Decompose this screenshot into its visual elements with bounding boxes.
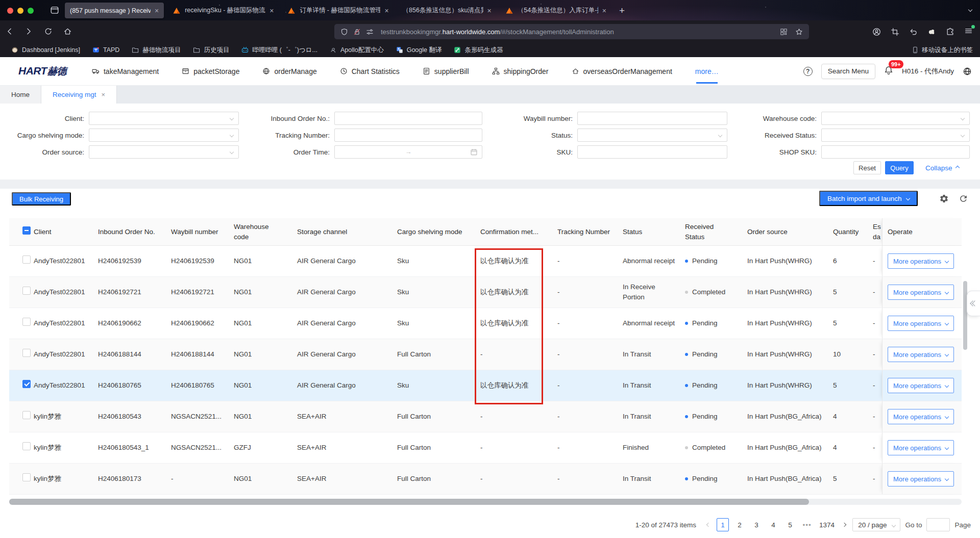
filter-select[interactable]: [89, 112, 239, 125]
nav-item-overseasordermanagement[interactable]: overseasOrderManagement: [572, 67, 672, 75]
tab-close-icon[interactable]: ×: [602, 7, 606, 14]
tab-close-icon[interactable]: ×: [270, 7, 274, 14]
notifications[interactable]: 99+: [884, 66, 893, 77]
nav-item-chartstatistics[interactable]: Chart Statistics: [340, 67, 400, 75]
page-ellipsis[interactable]: •••: [801, 518, 813, 531]
bookmark-item[interactable]: Apollo配置中心: [330, 46, 384, 55]
table-row[interactable]: kylin梦雅H2406180543NGSACN2521...NG01SEA+A…: [9, 401, 962, 432]
insecure-lock-icon[interactable]: [353, 28, 361, 36]
language-globe-icon[interactable]: [963, 67, 972, 76]
help-icon[interactable]: ?: [803, 67, 813, 76]
bookmark-item[interactable]: TAPD: [92, 46, 119, 55]
horizontal-scrollbar-thumb[interactable]: [9, 499, 809, 505]
row-checkbox[interactable]: [22, 255, 31, 264]
horizontal-scrollbar[interactable]: [9, 499, 962, 505]
back-icon[interactable]: [5, 27, 14, 36]
tab-close-icon[interactable]: ×: [155, 7, 159, 14]
bookmark-item[interactable]: 赫德物流项目: [132, 46, 181, 55]
bookmark-item[interactable]: Google 翻译: [396, 46, 442, 55]
shield-icon[interactable]: [340, 28, 348, 36]
more-operations-button[interactable]: More operations: [888, 471, 954, 486]
nav-item-more[interactable]: more…: [695, 67, 719, 75]
filter-input[interactable]: [577, 145, 727, 159]
vertical-scrollbar-thumb[interactable]: [963, 281, 967, 350]
table-row[interactable]: AndyTest022801H2406180765H2406180765NG01…: [9, 370, 962, 401]
filter-select[interactable]: [821, 112, 970, 125]
bookmark-item[interactable]: 历史项目: [193, 46, 229, 55]
more-operations-button[interactable]: More operations: [888, 440, 954, 455]
forward-icon[interactable]: [24, 27, 33, 36]
row-checkbox[interactable]: [22, 442, 31, 450]
firefox-view-icon[interactable]: [50, 6, 59, 15]
table-row[interactable]: AndyTest022801H2406192721H2406192721NG01…: [9, 277, 962, 308]
nav-item-ordermanage[interactable]: orderManage: [262, 67, 316, 75]
filter-input[interactable]: [577, 112, 727, 125]
page-number-5[interactable]: 5: [784, 518, 796, 531]
search-menu-button[interactable]: Search Menu: [821, 64, 875, 79]
bookmark-star-icon[interactable]: [795, 28, 803, 36]
nav-item-shippingorder[interactable]: shippingOrder: [492, 67, 549, 75]
filter-select[interactable]: [89, 129, 239, 142]
bookmark-item[interactable]: 哔哩哔哩 (゜-゜)つロ...: [241, 46, 317, 55]
qr-code-icon[interactable]: [780, 28, 788, 36]
page-number-4[interactable]: 4: [767, 518, 779, 531]
nav-item-supplierbill[interactable]: supplierBill: [423, 67, 469, 75]
goto-page-input[interactable]: [926, 518, 950, 531]
more-operations-button[interactable]: More operations: [888, 316, 954, 331]
extension-blob-icon[interactable]: [927, 28, 936, 36]
tab-close-icon[interactable]: ×: [487, 7, 492, 14]
expand-panel-handle[interactable]: [967, 291, 980, 316]
minimize-window-button[interactable]: [17, 8, 23, 14]
table-row[interactable]: kylin梦雅H2406180543_1NGSACN2521...GZFJSEA…: [9, 432, 962, 464]
page-number-2[interactable]: 2: [733, 518, 746, 531]
batch-import-button[interactable]: Batch import and launch: [819, 191, 918, 206]
row-checkbox[interactable]: [22, 380, 31, 388]
new-tab-button[interactable]: +: [615, 3, 629, 18]
nav-item-takemanagement[interactable]: takeManagement: [92, 67, 159, 75]
filter-input[interactable]: [334, 129, 482, 142]
page-number-1[interactable]: 1: [717, 518, 729, 531]
browser-tab[interactable]: （54条推送信息）入库订单-操作×: [500, 3, 611, 18]
reset-button[interactable]: Reset: [853, 161, 881, 174]
undo-icon[interactable]: [909, 28, 918, 36]
nav-item-packetstorage[interactable]: packetStorage: [182, 67, 239, 75]
bookmark-item[interactable]: 条形码生成器: [454, 46, 503, 55]
page-tab[interactable]: Home: [0, 86, 41, 104]
filter-daterange[interactable]: →: [334, 145, 482, 159]
filter-input[interactable]: [821, 145, 970, 159]
filter-select[interactable]: [89, 145, 239, 159]
url-bar[interactable]: testtrunkbookingmgr.hart-worldwide.com/#…: [334, 24, 809, 39]
gear-icon[interactable]: [939, 194, 949, 203]
tab-close-icon[interactable]: ×: [102, 91, 106, 98]
page-size-select[interactable]: 20 / page: [852, 518, 900, 531]
browser-tab[interactable]: receivingSku - 赫德国际物流管理×: [167, 3, 279, 18]
close-window-button[interactable]: [7, 8, 13, 14]
page-number-3[interactable]: 3: [750, 518, 763, 531]
table-row[interactable]: AndyTest022801H2406190662H2406190662NG01…: [9, 308, 962, 339]
row-checkbox[interactable]: [22, 318, 31, 326]
select-all-checkbox[interactable]: [22, 226, 31, 235]
more-operations-button[interactable]: More operations: [888, 409, 954, 424]
table-row[interactable]: kylin梦雅H2406180173-NG01SEA+AIRFull Carto…: [9, 464, 962, 495]
row-checkbox[interactable]: [22, 473, 31, 481]
more-operations-button[interactable]: More operations: [888, 285, 954, 300]
more-operations-button[interactable]: More operations: [888, 253, 954, 269]
browser-tab[interactable]: （856条推送信息）sku清点异常确认×: [398, 3, 497, 18]
filter-select[interactable]: [577, 129, 727, 142]
query-button[interactable]: Query: [885, 161, 914, 174]
row-checkbox[interactable]: [22, 287, 31, 295]
page-number-1374[interactable]: 1374: [818, 518, 836, 531]
browser-tab[interactable]: (857 push message ) Receiving m×: [65, 3, 164, 18]
account-icon[interactable]: [872, 28, 881, 36]
filter-input[interactable]: [334, 112, 482, 125]
reload-icon[interactable]: [44, 27, 53, 36]
more-operations-button[interactable]: More operations: [888, 378, 954, 393]
table-row[interactable]: AndyTest022801H2406188144H2406188144NG01…: [9, 339, 962, 370]
mobile-bookmarks[interactable]: 移动设备上的书签: [912, 46, 973, 55]
tab-overflow-chevron-icon[interactable]: [968, 8, 972, 12]
prev-page-button[interactable]: [705, 523, 712, 526]
row-checkbox[interactable]: [22, 349, 31, 357]
filter-select[interactable]: [821, 129, 970, 142]
browser-home-icon[interactable]: [63, 27, 72, 36]
screenshot-icon[interactable]: [891, 28, 899, 36]
